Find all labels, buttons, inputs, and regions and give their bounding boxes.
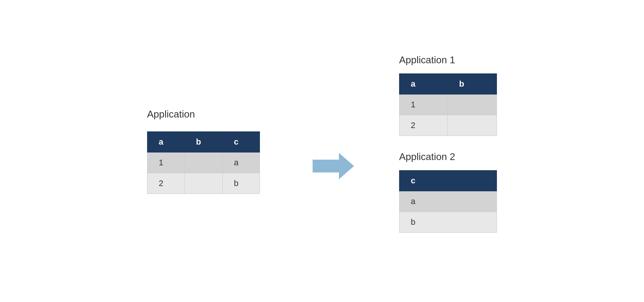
left-section: Application a b c 1 a 2 b: [147, 108, 260, 194]
table-row: 2 b: [147, 173, 260, 194]
app2-table: c a b: [399, 170, 497, 233]
cell-b1: [185, 152, 223, 173]
left-header-b: b: [185, 131, 223, 152]
cell-a1: 1: [147, 152, 185, 173]
app1-cell-a2: 2: [399, 115, 448, 136]
app1-title: Application 1: [399, 54, 497, 66]
left-table: a b c 1 a 2 b: [147, 131, 260, 194]
svg-marker-0: [313, 153, 354, 179]
app2-cell-c1: a: [399, 191, 497, 212]
table-row: 2: [399, 115, 497, 136]
app1-table: a b 1 2: [399, 73, 497, 136]
cell-b2: [185, 173, 223, 194]
app2-block: Application 2 c a b: [399, 151, 497, 233]
right-section: Application 1 a b 1 2: [399, 54, 497, 248]
app1-cell-b2: [448, 115, 497, 136]
left-header-a: a: [147, 131, 185, 152]
cell-a2: 2: [147, 173, 185, 194]
left-title: Application: [147, 108, 195, 120]
app1-header-a: a: [399, 74, 448, 95]
app1-cell-a1: 1: [399, 95, 448, 115]
table-row: b: [399, 212, 497, 233]
table-row: 1 a: [147, 152, 260, 173]
app1-block: Application 1 a b 1 2: [399, 54, 497, 136]
app2-header-c: c: [399, 171, 497, 191]
app2-title: Application 2: [399, 151, 497, 163]
app1-header-b: b: [448, 74, 497, 95]
app2-cell-c2: b: [399, 212, 497, 233]
arrow-container: [313, 153, 354, 179]
left-header-c: c: [222, 131, 260, 152]
right-arrow-icon: [313, 153, 354, 179]
table-row: a: [399, 191, 497, 212]
app1-cell-b1: [448, 95, 497, 115]
main-container: Application a b c 1 a 2 b: [0, 0, 644, 302]
table-row: 1: [399, 95, 497, 115]
cell-c1: a: [222, 152, 260, 173]
cell-c2: b: [222, 173, 260, 194]
